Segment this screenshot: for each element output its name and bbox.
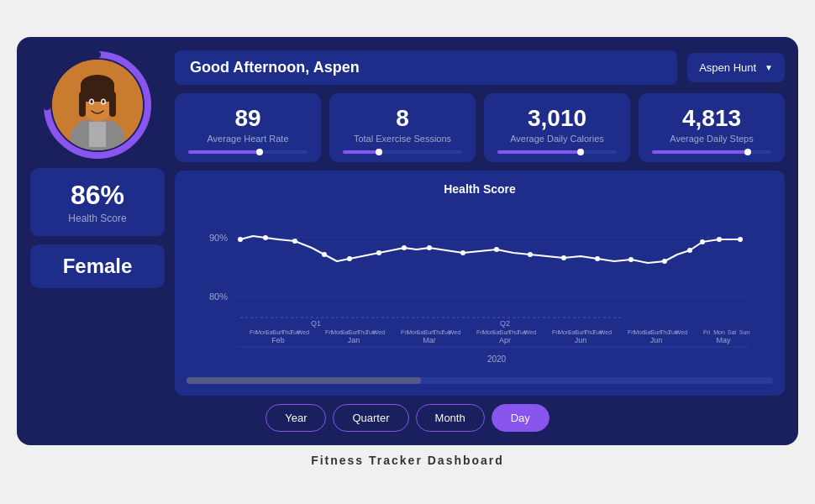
svg-text:May: May (716, 336, 731, 344)
metric-card-0: 89 Average Heart Rate (175, 93, 321, 162)
progress-fill-1 (343, 150, 379, 154)
svg-text:2020: 2020 (487, 354, 507, 364)
svg-text:Jun: Jun (650, 336, 663, 344)
metric-card-2: 3,010 Average Daily Calories (484, 93, 630, 162)
svg-point-94 (687, 248, 692, 253)
svg-rect-10 (79, 92, 86, 117)
metrics-row: 89 Average Heart Rate 8 Total Exercise S… (175, 93, 785, 162)
svg-text:Apr: Apr (499, 336, 511, 344)
metric-progress-2 (497, 150, 617, 154)
svg-point-96 (717, 237, 722, 242)
progress-thumb-3 (744, 149, 751, 155)
metric-value-2: 3,010 (497, 105, 617, 132)
user-dropdown[interactable]: Aspen Hunt ▼ (687, 53, 785, 82)
svg-text:Sun: Sun (739, 329, 750, 335)
svg-rect-6 (89, 122, 106, 147)
svg-point-88 (494, 247, 499, 252)
svg-text:Wed: Wed (297, 329, 309, 335)
metric-value-0: 89 (188, 105, 308, 132)
scrollbar-thumb (187, 377, 421, 384)
greeting-box: Good Afternoon, Aspen (175, 50, 677, 85)
svg-text:Q1: Q1 (311, 319, 321, 328)
page-title: Fitness Tracker Dashboard (311, 454, 504, 467)
person-illustration (52, 60, 143, 150)
svg-text:90%: 90% (209, 233, 228, 243)
svg-point-91 (595, 256, 600, 261)
metric-progress-0 (188, 150, 308, 154)
svg-text:Wed: Wed (676, 329, 687, 335)
chevron-down-icon: ▼ (765, 63, 773, 72)
progress-fill-3 (652, 150, 748, 154)
svg-text:Wed: Wed (449, 329, 460, 335)
metric-label-3: Average Daily Steps (652, 134, 771, 144)
time-btn-month[interactable]: Month (416, 404, 485, 432)
metric-label-1: Total Exercise Sessions (343, 134, 462, 144)
greeting-text: Good Afternoon, Aspen (190, 59, 360, 76)
sidebar: 86% Health Score Female (30, 50, 165, 396)
svg-point-86 (427, 245, 432, 250)
svg-text:Feb: Feb (271, 336, 285, 344)
svg-point-80 (263, 235, 268, 240)
svg-point-84 (376, 250, 381, 255)
metric-value-3: 4,813 (652, 105, 771, 132)
svg-text:Mar: Mar (423, 336, 436, 344)
svg-point-89 (528, 252, 533, 257)
svg-text:Wed: Wed (600, 329, 612, 335)
svg-text:Wed: Wed (373, 329, 385, 335)
main-content: Good Afternoon, Aspen Aspen Hunt ▼ 89 Av… (175, 50, 785, 396)
svg-point-14 (91, 100, 93, 103)
svg-point-87 (460, 250, 465, 255)
svg-point-81 (292, 239, 297, 244)
progress-thumb-0 (256, 149, 263, 155)
svg-point-79 (238, 237, 243, 242)
svg-text:Fri: Fri (703, 329, 711, 335)
user-name-label: Aspen Hunt (699, 61, 756, 74)
svg-text:Mon: Mon (713, 329, 725, 335)
progress-fill-0 (188, 150, 260, 154)
metric-progress-1 (343, 150, 462, 154)
metric-progress-3 (652, 150, 771, 154)
top-bar: Good Afternoon, Aspen Aspen Hunt ▼ (175, 50, 785, 85)
svg-point-83 (347, 256, 352, 261)
progress-thumb-1 (376, 149, 382, 155)
health-score-chart: 90% 80% Fri Mon Sat Sun Thu Tue Wed Fri … (187, 204, 773, 372)
time-btn-quarter[interactable]: Quarter (333, 404, 408, 432)
progress-fill-2 (497, 150, 581, 154)
svg-point-93 (662, 259, 667, 264)
avatar (52, 60, 143, 150)
svg-point-92 (628, 257, 634, 262)
metric-label-0: Average Heart Rate (188, 134, 308, 144)
health-score-card: 86% Health Score (30, 168, 165, 236)
svg-text:Sat: Sat (728, 329, 737, 335)
time-buttons: YearQuarterMonthDay (30, 404, 785, 432)
progress-thumb-2 (577, 149, 584, 155)
svg-point-90 (561, 255, 566, 260)
svg-text:Wed: Wed (524, 329, 536, 335)
svg-text:80%: 80% (209, 291, 228, 302)
gender-value: Female (47, 255, 148, 278)
svg-point-82 (322, 252, 327, 257)
svg-point-15 (103, 100, 105, 103)
svg-point-97 (738, 237, 743, 242)
svg-text:Q2: Q2 (500, 319, 510, 328)
gender-card: Female (30, 244, 165, 288)
time-btn-year[interactable]: Year (266, 404, 326, 432)
svg-text:Jan: Jan (348, 336, 360, 344)
svg-point-95 (700, 239, 705, 244)
health-score-value: 86% (47, 180, 148, 211)
metric-label-2: Average Daily Calories (497, 134, 617, 144)
chart-area: Health Score 90% 80% Fri Mon Sat (175, 171, 785, 396)
health-score-label: Health Score (47, 213, 148, 224)
metric-card-1: 8 Total Exercise Sessions (329, 93, 476, 162)
dashboard: 86% Health Score Female Good Afternoon, … (17, 37, 798, 445)
svg-point-85 (402, 245, 407, 250)
svg-text:Jun: Jun (575, 336, 587, 344)
svg-rect-11 (109, 92, 116, 117)
time-btn-day[interactable]: Day (492, 404, 549, 432)
metric-card-3: 4,813 Average Daily Steps (639, 93, 785, 162)
avatar-container (43, 50, 152, 160)
chart-title: Health Score (187, 182, 773, 196)
metric-value-1: 8 (343, 105, 462, 132)
chart-scrollbar[interactable] (187, 377, 773, 384)
chart-body: 90% 80% Fri Mon Sat Sun Thu Tue Wed Fri … (187, 204, 773, 372)
